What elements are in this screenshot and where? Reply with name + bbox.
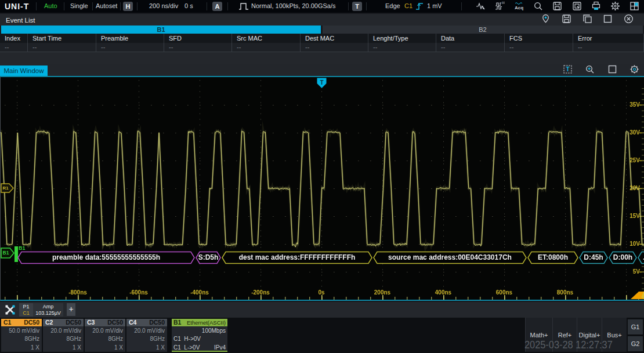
channel-block-c4[interactable]: C4DC5020.0 mV/div8GHz1 X [126,319,167,352]
trigger-level[interactable]: 1 mV [427,2,442,9]
measure-icon[interactable] [5,304,16,315]
timebase-value[interactable]: 200 ns/div [149,2,178,9]
gear-icon[interactable] [610,1,620,12]
time-label: 200ns [365,289,400,296]
channel-id: C4 [129,319,136,326]
horizontal-offset[interactable]: 0 s [184,2,193,9]
trigger-marker-label: T [320,79,323,86]
close-icon[interactable] [624,14,634,26]
time-label: -400ns [182,289,217,296]
cell-7: -- [436,43,505,52]
time-label: 600ns [487,289,522,296]
single-button[interactable]: Single [70,2,88,9]
channel-probe: 1 X [128,344,165,352]
maximize-icon[interactable] [603,14,613,26]
rising-edge-icon [415,2,424,11]
waveform-display[interactable]: -800ns-600ns-400ns-200ns0s200ns400ns600n… [0,76,644,301]
channel-coupling: DC50 [107,319,123,326]
column-header-sfd: SFD [164,34,232,43]
bus-segment-text: dest mac address:FFFFFFFFFFFFh [239,253,356,261]
copy-window-icon[interactable] [583,14,592,26]
trigger-type[interactable]: Edge [385,2,400,9]
time-label: 400ns [426,289,461,296]
channel-bandwidth: 8GHz [86,335,123,343]
search-icon[interactable] [533,1,543,12]
column-header-fcs: FCS [505,34,573,43]
channel-id: C3 [87,319,95,326]
acquire-info[interactable]: Normal, 100kPts, 20.00GSa/s [251,2,336,9]
channel-block-c3[interactable]: C3DC5020.0 mV/div8GHz1 X [85,319,125,352]
column-header-dest-mac: Dest MAC [301,34,368,43]
acq-icon[interactable]: Acq [514,1,524,12]
bus-segment-text: D:00h [613,253,632,261]
pulse-icon [238,2,249,10]
cursor-waveform-icon[interactable] [476,1,486,12]
text-tool-icon[interactable]: T [563,64,573,77]
bus-rate: 100Mbps [173,327,226,335]
main-window-icons: T [563,65,639,75]
g1-button[interactable]: G1 [628,319,643,334]
channel-scale: 20.0 mV/div [86,327,123,335]
main-window-bar: Main Window T [0,64,644,77]
voltage-label: 5V [620,268,640,275]
column-header-start-time: Start Time [28,34,96,43]
bus-segment-text: source mac address:00E04C33017Ch [388,253,512,261]
tab-b2[interactable]: B2 [323,26,643,34]
autoset-button[interactable]: Autoset [96,2,117,9]
top-bar: UNI-T Auto Single Autoset H 200 ns/div 0… [0,0,644,13]
add-measure-button[interactable]: + [67,303,75,316]
time-label: 800ns [548,289,583,296]
channel-bandwidth: 8GHz [44,335,81,343]
svg-text:FFT: FFT [502,2,505,5]
printer-icon[interactable] [591,1,601,12]
tab-b1[interactable]: B1 [1,26,321,34]
channel-status-bar: C1DC5050.0 mV/div8GHz1 XC2DC5020.0 mV/di… [0,318,644,353]
channel-block-c2[interactable]: C2DC5020.0 mV/div8GHz1 X [43,319,84,352]
column-header-lenght-type: Lenght/Type [368,34,436,43]
bus-status-block[interactable]: B1 Ethernet(ASCII) 100Mbps C1 H->0V C1 L… [172,319,227,352]
bus-segment-text: D:45h [584,253,603,261]
measurement-p1[interactable]: P1 C1 Amp 103.125µV [19,303,63,316]
trigger-button[interactable]: T [352,2,362,11]
voltage-label: 30V [620,129,640,136]
bus-tag-label: B1 [19,245,26,251]
zoom-in-icon[interactable] [585,64,595,77]
channel-bandwidth: 8GHz [128,335,165,343]
trigger-position-marker[interactable]: T [317,78,327,89]
time-label: -200ns [243,289,278,296]
svg-text:T: T [566,66,569,72]
channel-scale: 50.0 mV/div [2,327,39,335]
column-header-src-mac: Src MAC [232,34,301,43]
channel-id: C1 [3,319,11,326]
svg-text:Acq: Acq [515,5,523,10]
g2-button[interactable]: G2 [628,336,643,351]
acquire-button[interactable]: A [212,2,222,11]
cell-9: -- [573,43,644,52]
voltage-label: 10V [620,241,640,247]
bus-protocol: Ethernet(ASCII) [187,319,226,326]
auto-setup-icon[interactable] [629,64,639,77]
trigger-source[interactable]: C1 [404,2,413,9]
trigger-status: Auto [44,2,57,9]
digital-channels-icon[interactable]: FFT [495,1,505,12]
channel-scale: 20.0 mV/div [128,327,165,335]
save-icon[interactable] [552,1,562,12]
voltage-label: 20V [620,185,640,191]
bus-segment-text: S:D5h [198,253,219,261]
cell-0: -- [0,43,28,52]
window-layout-icon[interactable] [629,1,639,12]
channel-block-c1[interactable]: C1DC5050.0 mV/div8GHz1 X [1,319,42,352]
save-icon[interactable] [562,14,571,26]
ref-waveform-marker[interactable]: R1 [1,183,14,193]
horizontal-button[interactable]: H [123,2,133,11]
datetime: 2025-03-28 12:27:37 [524,339,613,351]
bus-segment-text: ET:0800h [538,253,568,261]
cell-8: -- [505,43,573,52]
pin-icon[interactable] [541,14,551,26]
screenshot-icon[interactable] [572,1,582,12]
time-label: -600ns [121,289,156,296]
time-label: -800ns [60,289,95,296]
tab-main-window[interactable]: Main Window [0,65,48,77]
bus-segment-text: preamble data:55555555555555h [52,253,160,261]
window-icon[interactable] [607,64,617,77]
